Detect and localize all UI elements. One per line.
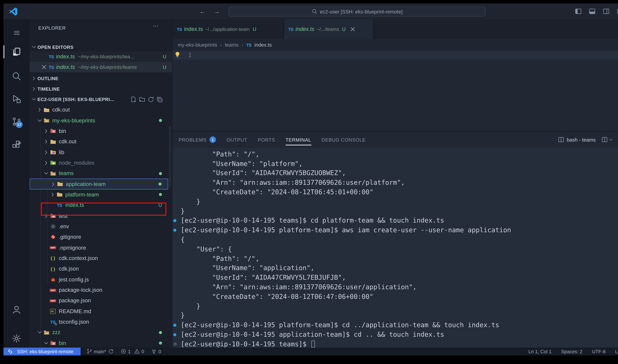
layout-sidebar-right-icon[interactable] bbox=[603, 8, 610, 15]
tree-item-platform-team[interactable]: platform-team bbox=[30, 189, 168, 200]
terminal-line-text: "Path": "/", bbox=[181, 255, 259, 262]
tree-item-.npmignore[interactable]: npm.npmignore bbox=[30, 242, 168, 253]
terminal-line-text: [ec2-user@ip-10-0-14-195 application-tea… bbox=[181, 331, 444, 338]
open-editor-row-2[interactable]: TSindex.ts~/my-eks-blueprints/teamsU bbox=[30, 62, 173, 72]
lightbulb-icon[interactable] bbox=[174, 52, 181, 58]
git-branch-icon bbox=[87, 349, 92, 354]
tree-item-label: package.json bbox=[59, 298, 91, 304]
layout-grid-icon[interactable] bbox=[617, 8, 618, 15]
chevron-right-icon bbox=[31, 86, 37, 91]
terminal-line: "UserId": "AIDA47CRWVY5BGZUOBWEZ", bbox=[172, 169, 618, 178]
activitybar-item-source-control[interactable]: 17 bbox=[3, 114, 29, 129]
activitybar-item-settings[interactable] bbox=[3, 331, 29, 346]
activitybar-item-files[interactable] bbox=[3, 44, 29, 59]
workspace-header[interactable]: EC2-USER [SSH: EKS-BLUEPRI... bbox=[30, 94, 168, 104]
chevron-down-icon bbox=[31, 44, 37, 50]
new-file-icon[interactable] bbox=[130, 96, 137, 103]
close-tab-icon[interactable] bbox=[349, 26, 356, 32]
tree-item-cdk.out[interactable]: cdk.out bbox=[30, 104, 168, 115]
activitybar-item-run-debug[interactable] bbox=[3, 91, 29, 106]
git-modified-dot bbox=[158, 182, 162, 186]
panel-tab-terminal[interactable]: TERMINAL bbox=[285, 131, 311, 148]
section-header-outline[interactable]: OUTLINE bbox=[30, 73, 168, 84]
vscode-logo-icon bbox=[9, 7, 18, 16]
panel-tab-ports[interactable]: PORTS bbox=[258, 131, 275, 148]
breadcrumb-separator-icon: › bbox=[242, 42, 243, 48]
titlebar: ← → ec2-user [SSH: eks-blueprint-remote] bbox=[3, 3, 618, 19]
new-folder-icon[interactable] bbox=[139, 96, 145, 103]
tree-item-bin[interactable]: bin bbox=[30, 338, 168, 348]
panel-tab-output[interactable]: OUTPUT bbox=[227, 131, 247, 148]
breadcrumb-item[interactable]: teams bbox=[225, 42, 238, 48]
panel-tab-problems[interactable]: PROBLEMS1 bbox=[179, 131, 216, 148]
breadcrumb-item[interactable]: my-eks-blueprints bbox=[178, 42, 217, 48]
ports-status[interactable]: 0 bbox=[151, 349, 161, 354]
terminal-line-text: "CreateDate": "2024-08-12T06:45:01+00:00… bbox=[181, 188, 373, 196]
breadcrumb-file[interactable]: index.ts bbox=[254, 42, 272, 48]
layout-sidebar-icon[interactable] bbox=[575, 8, 582, 15]
sidebar-scrollbar[interactable] bbox=[169, 126, 171, 187]
error-icon bbox=[120, 349, 126, 354]
tree-item-application-team[interactable]: application-team bbox=[30, 179, 168, 189]
tree-item-.env[interactable]: .env bbox=[30, 221, 168, 232]
collapse-all-icon[interactable] bbox=[156, 96, 163, 103]
tree-item-cdk.context.json[interactable]: { }cdk.context.json bbox=[30, 253, 168, 264]
git-icon bbox=[49, 234, 57, 240]
tree-item-label: cdk.out bbox=[59, 139, 76, 145]
open-editors-header[interactable]: OPEN EDITORS bbox=[30, 42, 168, 52]
search-icon bbox=[312, 9, 317, 14]
tree-item-README.md[interactable]: M↓README.md bbox=[30, 306, 168, 317]
sidebar-more-actions-icon[interactable]: ⋯ bbox=[153, 23, 159, 29]
activitybar-item-search[interactable] bbox=[3, 69, 29, 84]
breadcrumb-separator-icon: › bbox=[220, 42, 222, 48]
tree-item-teams[interactable]: teams bbox=[30, 168, 168, 179]
terminal-profile-icon[interactable] bbox=[601, 136, 613, 143]
activitybar-item-extensions[interactable] bbox=[3, 138, 29, 153]
command-decoration-icon bbox=[173, 333, 177, 336]
breadcrumb[interactable]: my-eks-blueprints›teams›TSindex.ts bbox=[172, 39, 618, 51]
close-editor-icon[interactable] bbox=[41, 64, 47, 70]
cursor-position[interactable]: Ln 1, Col 1 bbox=[528, 349, 552, 354]
tree-item-label: .npmignore bbox=[59, 245, 86, 251]
tree-item-tsconfig.json[interactable]: TStsconfig.json bbox=[30, 317, 168, 327]
git-branch-status[interactable]: main* bbox=[87, 349, 114, 354]
terminal[interactable]: "Path": "/", "UserName": "platform", "Us… bbox=[172, 148, 618, 348]
eol[interactable]: LF bbox=[615, 349, 618, 354]
tree-item-cdk.out[interactable]: cdk.out bbox=[30, 136, 168, 147]
tree-item-package-lock.json[interactable]: npmpackage-lock.json bbox=[30, 285, 168, 295]
tree-item-.gitignore[interactable]: .gitignore bbox=[30, 232, 168, 242]
folder-icon bbox=[56, 181, 64, 187]
open-editor-row-1[interactable]: TSindex.ts~/my-eks-blueprints/tea...U bbox=[30, 52, 173, 62]
terminal-line: "Path": "/", bbox=[172, 149, 618, 159]
editor-pane[interactable]: 1 bbox=[172, 51, 618, 131]
indentation[interactable]: Spaces: 2 bbox=[561, 349, 582, 354]
terminal-selector-label: bash - teams bbox=[567, 137, 596, 142]
tree-item-bin[interactable]: bin bbox=[30, 126, 168, 136]
editor-tab-1[interactable]: TSindex.ts~/.../application-teamU bbox=[172, 19, 284, 39]
terminal-line-text: "Arn": "arn:aws:iam::891377069626:user/p… bbox=[181, 179, 405, 186]
tree-item-lib[interactable]: lib bbox=[30, 147, 168, 158]
section-header-timeline[interactable]: TIMELINE bbox=[30, 84, 168, 94]
tree-item-zzz[interactable]: zzz bbox=[30, 327, 168, 338]
folder-node-icon bbox=[49, 160, 57, 166]
refresh-icon[interactable] bbox=[148, 96, 154, 103]
command-center-search[interactable]: ec2-user [SSH: eks-blueprint-remote] bbox=[229, 7, 486, 17]
editor-tab-2[interactable]: TSindex.ts~/.../teamsU bbox=[284, 19, 374, 39]
panel-tab-debug-console[interactable]: DEBUG CONSOLE bbox=[322, 131, 366, 148]
activitybar-item-menu[interactable] bbox=[3, 25, 29, 40]
tree-item-package.json[interactable]: npmpackage.json bbox=[30, 295, 168, 306]
forward-icon[interactable]: → bbox=[214, 8, 220, 15]
encoding[interactable]: UTF-8 bbox=[592, 349, 606, 354]
git-modified-dot bbox=[159, 342, 162, 345]
activitybar-item-account[interactable] bbox=[3, 302, 29, 317]
problems-status[interactable]: 1 0 bbox=[120, 349, 144, 354]
terminal-selector[interactable]: bash - teams bbox=[558, 136, 596, 143]
back-icon[interactable]: ← bbox=[199, 8, 206, 15]
remote-indicator[interactable]: SSH: eks-blueprint-remote bbox=[3, 348, 80, 355]
tree-item-my-eks-blueprints[interactable]: my-eks-blueprints bbox=[30, 115, 168, 126]
tree-item-jest.config.js[interactable]: jest.config.js bbox=[30, 274, 168, 285]
terminal-line: "UserId": "AIDA47CRWVY5L7EBJUFJB", bbox=[172, 273, 618, 282]
layout-panel-icon[interactable] bbox=[589, 8, 596, 15]
tree-item-node-modules[interactable]: node_modules bbox=[30, 157, 168, 168]
tree-item-cdk.json[interactable]: { }cdk.json bbox=[30, 264, 168, 274]
